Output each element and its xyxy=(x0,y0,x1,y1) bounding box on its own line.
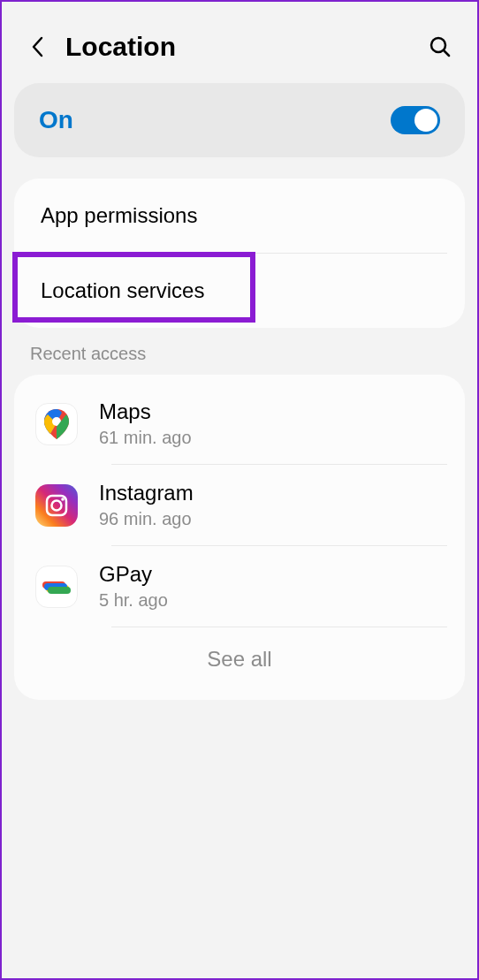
app-name: Instagram xyxy=(99,481,444,505)
maps-icon xyxy=(35,403,78,445)
recent-access-header: Recent access xyxy=(5,328,474,375)
toggle-label: On xyxy=(39,106,73,134)
svg-point-5 xyxy=(61,498,65,501)
location-toggle-row[interactable]: On xyxy=(14,83,465,157)
svg-point-4 xyxy=(52,500,62,510)
app-permissions-item[interactable]: App permissions xyxy=(14,179,465,253)
search-icon[interactable] xyxy=(428,34,452,59)
see-all-button[interactable]: See all xyxy=(14,627,465,682)
gpay-icon xyxy=(35,566,78,608)
app-name: Maps xyxy=(99,399,444,424)
app-row-gpay[interactable]: GPay 5 hr. ago xyxy=(14,546,465,627)
app-time: 61 min. ago xyxy=(99,428,444,448)
toggle-switch[interactable] xyxy=(391,106,440,134)
app-time: 5 hr. ago xyxy=(99,590,444,611)
app-row-maps[interactable]: Maps 61 min. ago xyxy=(14,384,465,464)
app-name: GPay xyxy=(99,562,444,587)
page-title: Location xyxy=(65,32,428,62)
back-icon[interactable] xyxy=(27,36,48,57)
app-time: 96 min. ago xyxy=(99,509,444,529)
highlight-annotation xyxy=(12,252,255,323)
instagram-icon xyxy=(35,484,78,527)
app-row-instagram[interactable]: Instagram 96 min. ago xyxy=(14,465,465,545)
